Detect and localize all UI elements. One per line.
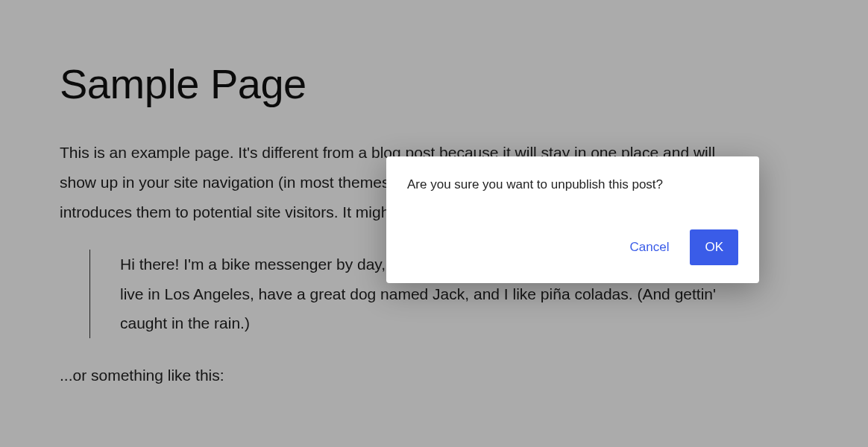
ok-button[interactable]: OK [690,229,738,265]
confirm-actions: Cancel OK [407,229,738,265]
cancel-button[interactable]: Cancel [627,234,673,261]
confirm-message: Are you sure you want to unpublish this … [407,177,738,192]
confirm-dialog: Are you sure you want to unpublish this … [386,156,759,283]
